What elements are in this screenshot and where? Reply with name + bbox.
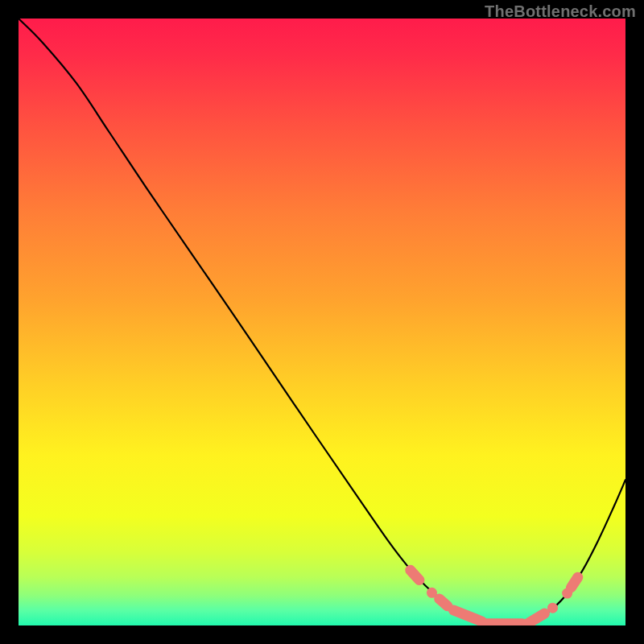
data-point-pill [440, 599, 448, 606]
plot-area [19, 19, 625, 625]
bottleneck-chart [19, 19, 625, 625]
data-point-pill [572, 577, 578, 588]
gradient-background [19, 19, 625, 625]
data-point-dot [547, 603, 558, 613]
chart-frame: TheBottleneck.com [0, 0, 644, 644]
data-point-pill [411, 570, 419, 580]
watermark-text: TheBottleneck.com [485, 2, 636, 21]
